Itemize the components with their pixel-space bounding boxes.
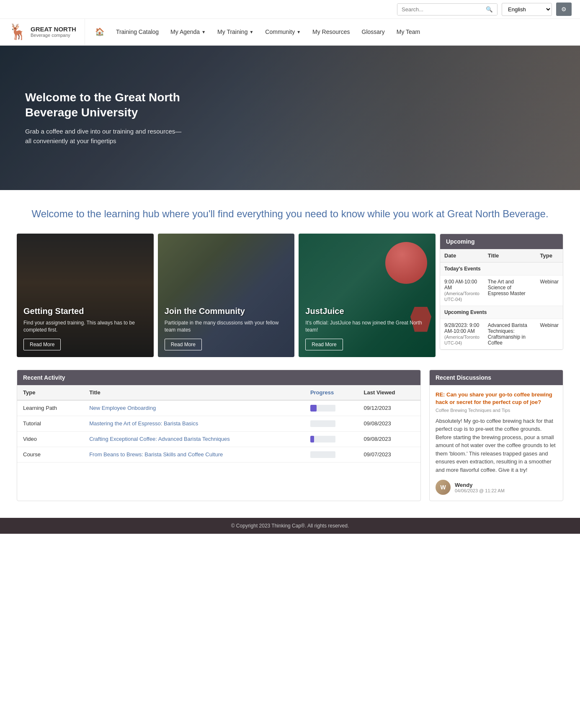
activity-progress-0 (304, 400, 358, 416)
upcoming-col-date: Date (440, 249, 484, 262)
my-training-dropdown-icon: ▼ (249, 30, 253, 34)
recent-activity-panel: Recent Activity Type Title Progress Last… (17, 370, 421, 502)
nav-my-training-link[interactable]: My Training ▼ (211, 21, 259, 43)
search-input[interactable] (397, 4, 482, 15)
discussion-author: W Wendy 04/06/2023 @ 11:22 AM (436, 480, 557, 495)
recent-discussions-header: Recent Discussions (430, 370, 563, 385)
nav-my-agenda[interactable]: My Agenda ▼ (165, 21, 211, 43)
card-title-3: JustJuice (305, 306, 429, 316)
upcoming-event-date-1: 9/28/2023: 9:00 AM-10:00 AM (America/Tor… (440, 319, 484, 349)
card-justjuice: JustJuice It's official: JustJuice has n… (299, 234, 436, 357)
cards-upcoming-section: Getting Started Find your assigned train… (0, 234, 580, 370)
gear-button[interactable]: ⚙ (556, 3, 572, 16)
author-info: Wendy 04/06/2023 @ 11:22 AM (455, 482, 505, 493)
nav-links: 🏠 Training Catalog My Agenda ▼ My Traini… (89, 20, 572, 44)
logo-brand-name: GREAT NORTH (31, 26, 76, 33)
card-title-1: Getting Started (23, 306, 147, 316)
activity-progress-3 (304, 447, 358, 462)
activity-col-type: Type (17, 385, 83, 400)
search-wrapper: 🔍 (397, 3, 498, 15)
activity-row-0: Learning Path New Employee Onboarding 09… (17, 400, 420, 416)
activity-row-1: Tutorial Mastering the Art of Espresso: … (17, 416, 420, 431)
discussion-text: Absolutely! My go-to coffee brewing hack… (436, 417, 557, 474)
nav-my-resources-link[interactable]: My Resources (307, 21, 356, 43)
card-desc-2: Participate in the many discussions with… (165, 319, 288, 334)
nav-home[interactable]: 🏠 (89, 20, 110, 44)
card-desc-3: It's official: JustJuice has now joined … (305, 319, 429, 334)
hero-title: Welcome to the Great North Beverage Univ… (25, 90, 184, 121)
progress-bar-1 (310, 420, 335, 427)
nav-glossary-link[interactable]: Glossary (356, 21, 391, 43)
nav-training-catalog-link[interactable]: Training Catalog (110, 21, 165, 43)
activity-title-link-1[interactable]: Mastering the Art of Espresso: Barista B… (89, 420, 198, 427)
bottom-section: Recent Activity Type Title Progress Last… (0, 370, 580, 518)
activity-col-last-viewed: Last Viewed (358, 385, 420, 400)
nav-my-training[interactable]: My Training ▼ (211, 21, 259, 43)
upcoming-table: Date Title Type Today's Events 9:00 AM-1… (440, 249, 563, 350)
activity-title-link-3[interactable]: From Beans to Brews: Barista Skills and … (89, 451, 223, 458)
upcoming-panel: Upcoming Date Title Type Today's Events … (440, 234, 563, 350)
upcoming-col-title: Title (484, 249, 536, 262)
activity-type-0: Learning Path (17, 400, 83, 416)
author-name: Wendy (455, 482, 505, 488)
progress-bar-2 (310, 436, 335, 442)
card-btn-3[interactable]: Read More (305, 339, 343, 350)
card-community: Join the Community Participate in the ma… (158, 234, 295, 357)
activity-col-title: Title (83, 385, 304, 400)
activity-title-link-2[interactable]: Crafting Exceptional Coffee: Advanced Ba… (89, 436, 230, 442)
hero-subtitle: Grab a coffee and dive into our training… (25, 127, 184, 146)
nav-my-team[interactable]: My Team (391, 21, 426, 43)
activity-col-progress: Progress (304, 385, 358, 400)
discussion-body: RE: Can you share your go-to coffee brew… (430, 385, 563, 501)
logo-moose-icon: 🦌 (8, 23, 27, 41)
author-avatar: W (436, 480, 451, 495)
hero-banner: Welcome to the Great North Beverage Univ… (0, 46, 580, 190)
activity-row-2: Video Crafting Exceptional Coffee: Advan… (17, 431, 420, 447)
discussion-category: Coffee Brewing Techniques and Tips (436, 408, 557, 413)
activity-last-viewed-2: 09/08/2023 (358, 431, 420, 447)
logo-area: 🦌 GREAT NORTH Beverage company (8, 19, 85, 45)
activity-title-link-0[interactable]: New Employee Onboarding (89, 405, 156, 411)
author-date: 04/06/2023 @ 11:22 AM (455, 488, 505, 493)
activity-title-0: New Employee Onboarding (83, 400, 304, 416)
activity-row-3: Course From Beans to Brews: Barista Skil… (17, 447, 420, 462)
activity-type-3: Course (17, 447, 83, 462)
progress-bar-fill-2 (310, 436, 314, 442)
nav-my-agenda-link[interactable]: My Agenda ▼ (165, 21, 211, 43)
hero-image (232, 46, 580, 190)
activity-progress-1 (304, 416, 358, 431)
upcoming-header: Upcoming (440, 234, 563, 249)
top-bar: 🔍 English ⚙ (0, 0, 580, 19)
community-dropdown-icon: ▼ (296, 30, 301, 34)
nav-glossary[interactable]: Glossary (356, 21, 391, 43)
card-title-2: Join the Community (165, 306, 288, 316)
today-event-type-1: Webinar (536, 275, 563, 306)
my-agenda-dropdown-icon: ▼ (201, 30, 206, 34)
nav-community[interactable]: Community ▼ (259, 21, 307, 43)
welcome-section: Welcome to the learning hub where you'll… (0, 190, 580, 234)
activity-type-2: Video (17, 431, 83, 447)
activity-table: Type Title Progress Last Viewed Learning… (17, 385, 420, 463)
activity-last-viewed-3: 09/07/2023 (358, 447, 420, 462)
activity-title-2: Crafting Exceptional Coffee: Advanced Ba… (83, 431, 304, 447)
nav-home-link[interactable]: 🏠 (89, 20, 110, 44)
search-button[interactable]: 🔍 (482, 4, 497, 15)
nav-my-team-link[interactable]: My Team (391, 21, 426, 43)
discussion-post-title[interactable]: RE: Can you share your go-to coffee brew… (436, 391, 557, 406)
juice-decoration (385, 242, 427, 284)
nav-training-catalog[interactable]: Training Catalog (110, 21, 165, 43)
navbar: 🦌 GREAT NORTH Beverage company 🏠 Trainin… (0, 19, 580, 46)
today-event-row-1: 9:00 AM-10:00 AM (America/Toronto UTC-04… (440, 275, 563, 306)
welcome-text: Welcome to the learning hub where you'll… (25, 207, 555, 221)
upcoming-col-type: Type (536, 249, 563, 262)
activity-last-viewed-0: 09/12/2023 (358, 400, 420, 416)
nav-community-link[interactable]: Community ▼ (259, 21, 307, 43)
card-btn-2[interactable]: Read More (165, 339, 202, 350)
upcoming-event-type-1: Webinar (536, 319, 563, 349)
language-select[interactable]: English (502, 3, 552, 16)
activity-title-1: Mastering the Art of Espresso: Barista B… (83, 416, 304, 431)
recent-discussions-panel: Recent Discussions RE: Can you share you… (429, 370, 563, 502)
nav-my-resources[interactable]: My Resources (307, 21, 356, 43)
card-btn-1[interactable]: Read More (23, 339, 61, 350)
hero-content: Welcome to the Great North Beverage Univ… (0, 90, 209, 146)
